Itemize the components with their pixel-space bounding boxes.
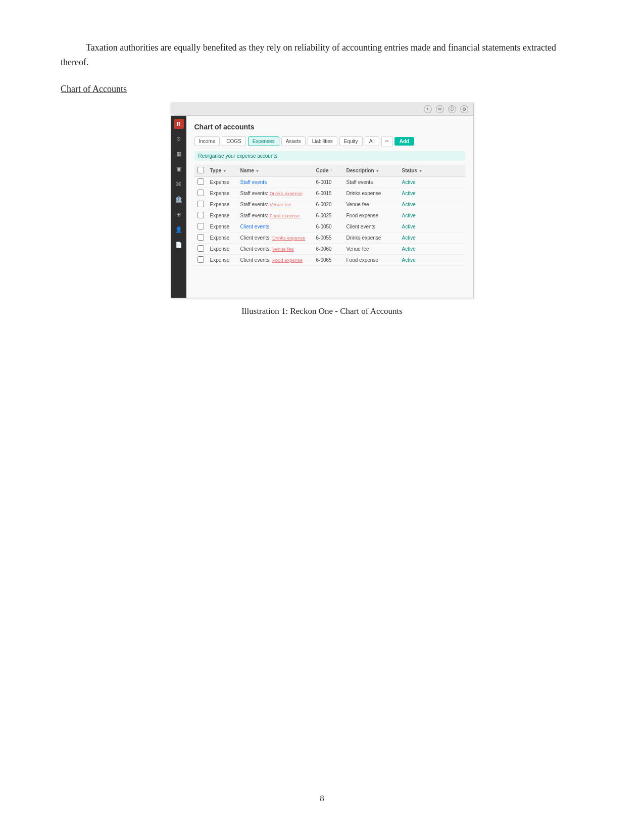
row-code: 6-0025 [313, 210, 343, 221]
col-header-status[interactable]: Status ▼ [399, 165, 429, 177]
row-checkbox[interactable] [197, 245, 204, 252]
row-status: Active [399, 176, 429, 188]
row-checkbox-cell [194, 232, 207, 243]
row-name-link[interactable]: Venue fee [270, 202, 291, 207]
tab-liabilities[interactable]: Liabilities [308, 136, 337, 146]
topbar-settings-icon[interactable]: ⚙ [460, 105, 468, 113]
topbar-plus-icon[interactable]: + [424, 105, 432, 113]
row-actions [429, 254, 465, 265]
row-name: Staff events: Food expense [237, 210, 313, 221]
row-checkbox-cell [194, 188, 207, 199]
col-header-description[interactable]: Description ▼ [343, 165, 399, 177]
row-name-link[interactable]: Drinks expense [270, 191, 303, 196]
col-header-name[interactable]: Name ▼ [237, 165, 313, 177]
row-name-prefix: Client events: [240, 235, 272, 241]
row-code: 6-0055 [313, 232, 343, 243]
sidebar-nav-accounts[interactable]: 🏦 [174, 195, 184, 205]
row-code: 6-0050 [313, 221, 343, 232]
row-description: Food expense [343, 254, 399, 265]
row-code: 6-0010 [313, 176, 343, 188]
tab-equity[interactable]: Equity [339, 136, 363, 146]
row-code: 6-0065 [313, 254, 343, 265]
sidebar-nav-documents[interactable]: 📄 [174, 240, 184, 250]
col-header-code[interactable]: Code ↑ [313, 165, 343, 177]
row-status: Active [399, 232, 429, 243]
sidebar-nav-contacts[interactable]: ⌘ [174, 179, 184, 190]
body-paragraph: Taxation authorities are equally benefit… [61, 40, 583, 70]
tab-income[interactable]: Income [194, 136, 220, 146]
topbar-info-icon[interactable]: ⓘ [448, 105, 456, 113]
tab-assets[interactable]: Assets [281, 136, 306, 146]
row-status: Active [399, 199, 429, 210]
row-status: Active [399, 210, 429, 221]
row-actions [429, 176, 465, 188]
section-heading: Chart of Accounts [61, 84, 583, 95]
row-name: Client events: Drinks expense [237, 232, 313, 243]
row-name: Client events: Venue fee [237, 243, 313, 254]
sidebar-nav-users[interactable]: 👤 [174, 225, 184, 235]
row-checkbox-cell [194, 176, 207, 188]
row-type: Expense [207, 176, 237, 188]
row-type: Expense [207, 199, 237, 210]
row-status: Active [399, 254, 429, 265]
row-type: Expense [207, 243, 237, 254]
row-description: Client events [343, 221, 399, 232]
row-checkbox[interactable] [197, 256, 204, 263]
row-name-link[interactable]: Client events [240, 224, 270, 229]
page-container: Taxation authorities are equally benefit… [0, 0, 644, 834]
sidebar-nav-transactions[interactable]: ▣ [174, 164, 184, 174]
table-row: Expense Client events: Drinks expense 6-… [194, 232, 465, 243]
status-badge: Active [402, 202, 416, 207]
name-sort-icon: ▼ [256, 169, 260, 173]
row-name-link[interactable]: Food expense [270, 213, 300, 218]
row-name-link[interactable]: Drinks expense [272, 235, 305, 241]
app-layout: R ⊙ ▦ ▣ ⌘ 🏦 ⊞ 👤 📄 Chart of accounts Inco… [171, 116, 473, 298]
row-type: Expense [207, 188, 237, 199]
reorganise-banner: Reorganise your expense accounts [194, 151, 465, 161]
topbar-icons: + ✉ ⓘ ⚙ [424, 105, 468, 113]
sidebar-nav-reports[interactable]: ▦ [174, 149, 184, 159]
topbar-mail-icon[interactable]: ✉ [436, 105, 444, 113]
row-checkbox[interactable] [197, 234, 204, 241]
sidebar-nav-dashboard[interactable]: ⊙ [174, 134, 184, 144]
sidebar-nav-payroll[interactable]: ⊞ [174, 210, 184, 220]
row-checkbox[interactable] [197, 201, 204, 207]
row-name: Client events [237, 221, 313, 232]
row-name: Client events: Food expense [237, 254, 313, 265]
row-checkbox-cell [194, 254, 207, 265]
tab-cogs[interactable]: COGS [222, 136, 245, 146]
row-name-prefix: Staff events: [240, 202, 270, 207]
row-actions [429, 232, 465, 243]
status-badge: Active [402, 257, 416, 263]
row-actions [429, 243, 465, 254]
status-badge: Active [402, 235, 416, 241]
row-checkbox[interactable] [197, 178, 204, 185]
row-status: Active [399, 243, 429, 254]
caption: Illustration 1: Reckon One - Chart of Ac… [61, 306, 583, 316]
table-row: Expense Staff events: Venue fee 6-0020 V… [194, 199, 465, 210]
row-checkbox[interactable] [197, 190, 204, 196]
row-name-link[interactable]: Food expense [272, 257, 303, 263]
row-description: Drinks expense [343, 188, 399, 199]
status-badge: Active [402, 224, 416, 229]
row-name: Staff events: Venue fee [237, 199, 313, 210]
status-badge: Active [402, 213, 416, 218]
edit-icon-button[interactable]: ✏ [381, 136, 392, 147]
row-name-link[interactable]: Staff events [240, 179, 267, 185]
row-checkbox-cell [194, 221, 207, 232]
col-header-type[interactable]: Type ▼ [207, 165, 237, 177]
sidebar-logo[interactable]: R [174, 119, 184, 129]
add-button[interactable]: Add [394, 137, 414, 146]
row-type: Expense [207, 210, 237, 221]
select-all-checkbox[interactable] [197, 167, 204, 173]
row-actions [429, 221, 465, 232]
row-description: Venue fee [343, 243, 399, 254]
tab-expenses[interactable]: Expenses [248, 136, 279, 146]
row-name-link[interactable]: Venue fee [272, 246, 294, 252]
row-checkbox[interactable] [197, 223, 204, 229]
status-badge: Active [402, 246, 416, 252]
row-name-prefix: Client events: [240, 257, 272, 263]
tab-all[interactable]: All [365, 136, 379, 146]
row-checkbox[interactable] [197, 212, 204, 218]
row-name-prefix: Staff events: [240, 213, 270, 218]
